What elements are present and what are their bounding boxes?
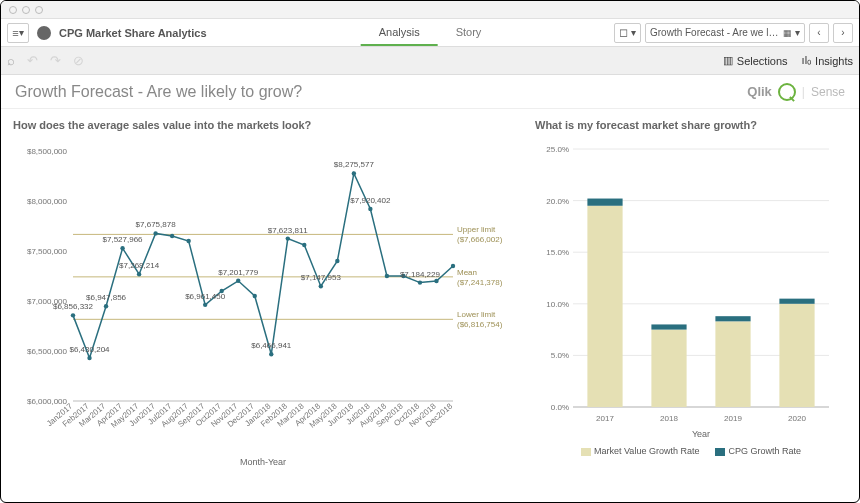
- svg-text:Month-Year: Month-Year: [240, 457, 286, 467]
- svg-text:($6,816,754): ($6,816,754): [457, 320, 503, 329]
- svg-text:$6,500,000: $6,500,000: [27, 347, 68, 356]
- svg-text:2017: 2017: [596, 414, 614, 423]
- svg-text:$6,947,856: $6,947,856: [86, 293, 127, 302]
- legend-swatch-market: [581, 448, 591, 456]
- sheet-content: How does the average sales value into th…: [1, 109, 859, 502]
- chevron-left-icon: ‹: [817, 27, 820, 38]
- svg-text:$6,000,000: $6,000,000: [27, 397, 68, 406]
- chevron-down-icon: ▾: [631, 27, 636, 38]
- svg-text:$6,430,204: $6,430,204: [69, 345, 110, 354]
- qlik-q-icon: [778, 83, 796, 101]
- svg-text:$7,675,878: $7,675,878: [136, 220, 177, 229]
- svg-rect-92: [587, 206, 622, 407]
- svg-point-38: [286, 236, 290, 240]
- insights-icon: ıl₀: [802, 54, 812, 67]
- svg-text:($7,666,002): ($7,666,002): [457, 235, 503, 244]
- svg-text:5.0%: 5.0%: [551, 351, 569, 360]
- svg-text:Year: Year: [692, 429, 710, 439]
- svg-text:$7,623,811: $7,623,811: [268, 226, 309, 235]
- tab-story[interactable]: Story: [438, 20, 500, 46]
- window-min-icon[interactable]: [22, 6, 30, 14]
- chevron-down-icon: ▾: [795, 27, 800, 38]
- menu-button[interactable]: ≡▾: [7, 23, 29, 43]
- svg-text:2018: 2018: [660, 414, 678, 423]
- line-chart-panel[interactable]: How does the average sales value into th…: [13, 119, 523, 498]
- svg-text:2020: 2020: [788, 414, 806, 423]
- sheet-selector-label: Growth Forecast - Are we lik…: [650, 27, 780, 38]
- svg-rect-93: [587, 199, 622, 206]
- svg-point-30: [203, 303, 207, 307]
- svg-rect-101: [779, 304, 814, 407]
- sheet-header: Growth Forecast - Are we likely to grow?…: [1, 75, 859, 109]
- svg-point-44: [352, 171, 356, 175]
- chevron-right-icon: ›: [841, 27, 844, 38]
- step-back-icon[interactable]: ↶: [27, 53, 38, 68]
- bar-chart-title: What is my forecast market share growth?: [535, 119, 847, 131]
- window-close-icon[interactable]: [9, 6, 17, 14]
- svg-point-43: [335, 259, 339, 263]
- svg-point-41: [319, 284, 323, 288]
- svg-point-18: [87, 356, 91, 360]
- qlik-logo: Qlik | Sense: [747, 83, 845, 101]
- window-max-icon[interactable]: [35, 6, 43, 14]
- svg-rect-102: [779, 299, 814, 304]
- app-title: CPG Market Share Analytics: [59, 27, 207, 39]
- line-chart-title: How does the average sales value into th…: [13, 119, 523, 131]
- sheet-title: Growth Forecast - Are we likely to grow?: [15, 83, 302, 101]
- svg-text:2019: 2019: [724, 414, 742, 423]
- selections-bar: ⌕ ↶ ↷ ⊘ ▥ Selections ıl₀ Insights: [1, 47, 859, 75]
- tab-analysis[interactable]: Analysis: [361, 20, 438, 46]
- svg-text:$7,147,953: $7,147,953: [301, 273, 342, 282]
- bar-chart-svg: 0.0%5.0%10.0%15.0%20.0%25.0%201720182019…: [535, 141, 835, 441]
- svg-rect-98: [715, 321, 750, 407]
- svg-text:0.0%: 0.0%: [551, 403, 569, 412]
- legend-swatch-cpg: [715, 448, 725, 456]
- top-toolbar: ≡▾ CPG Market Share Analytics Analysis S…: [1, 19, 859, 47]
- selections-label: Selections: [737, 55, 788, 67]
- svg-text:($7,241,378): ($7,241,378): [457, 278, 503, 287]
- insights-button[interactable]: ıl₀ Insights: [802, 54, 853, 67]
- step-forward-icon[interactable]: ↷: [50, 53, 61, 68]
- svg-text:20.0%: 20.0%: [546, 197, 569, 206]
- svg-point-40: [302, 243, 306, 247]
- prev-sheet-button[interactable]: ‹: [809, 23, 829, 43]
- svg-point-53: [451, 264, 455, 268]
- svg-text:$7,920,402: $7,920,402: [350, 196, 391, 205]
- svg-point-32: [219, 289, 223, 293]
- svg-text:$7,184,229: $7,184,229: [400, 270, 441, 279]
- svg-text:Upper limit: Upper limit: [457, 225, 496, 234]
- selections-tool-button[interactable]: ▥ Selections: [723, 54, 788, 67]
- insights-label: Insights: [815, 55, 853, 67]
- legend-label-cpg: CPG Growth Rate: [728, 446, 801, 456]
- sense-word: Sense: [811, 85, 845, 99]
- svg-text:$7,527,966: $7,527,966: [103, 235, 144, 244]
- app-hub-icon[interactable]: [37, 26, 51, 40]
- bar-chart-legend: Market Value Growth Rate CPG Growth Rate: [535, 446, 847, 456]
- svg-point-52: [434, 279, 438, 283]
- svg-point-50: [418, 280, 422, 284]
- smart-search-icon[interactable]: ⌕: [7, 53, 15, 68]
- svg-point-46: [368, 207, 372, 211]
- qlik-word: Qlik: [747, 84, 772, 99]
- svg-point-28: [170, 234, 174, 238]
- bar-chart-panel[interactable]: What is my forecast market share growth?…: [535, 119, 847, 498]
- window-titlebar: [1, 1, 859, 19]
- svg-text:$7,268,214: $7,268,214: [119, 261, 160, 270]
- svg-point-16: [71, 313, 75, 317]
- clear-all-icon[interactable]: ⊘: [73, 53, 84, 68]
- svg-text:$7,201,779: $7,201,779: [218, 268, 259, 277]
- svg-point-33: [236, 279, 240, 283]
- next-sheet-button[interactable]: ›: [833, 23, 853, 43]
- svg-rect-99: [715, 316, 750, 321]
- sheet-selector[interactable]: Growth Forecast - Are we lik…▦▾: [645, 23, 805, 43]
- svg-text:Mean: Mean: [457, 268, 477, 277]
- svg-point-36: [269, 352, 273, 356]
- mode-tabs: Analysis Story: [361, 20, 500, 46]
- chevron-down-icon: ▾: [19, 27, 24, 38]
- bookmark-button[interactable]: ◻▾: [614, 23, 641, 43]
- svg-point-20: [104, 304, 108, 308]
- svg-text:$7,500,000: $7,500,000: [27, 247, 68, 256]
- sheet-grid-icon: ▦: [783, 28, 792, 38]
- svg-text:$8,275,577: $8,275,577: [334, 160, 375, 169]
- svg-point-35: [253, 294, 257, 298]
